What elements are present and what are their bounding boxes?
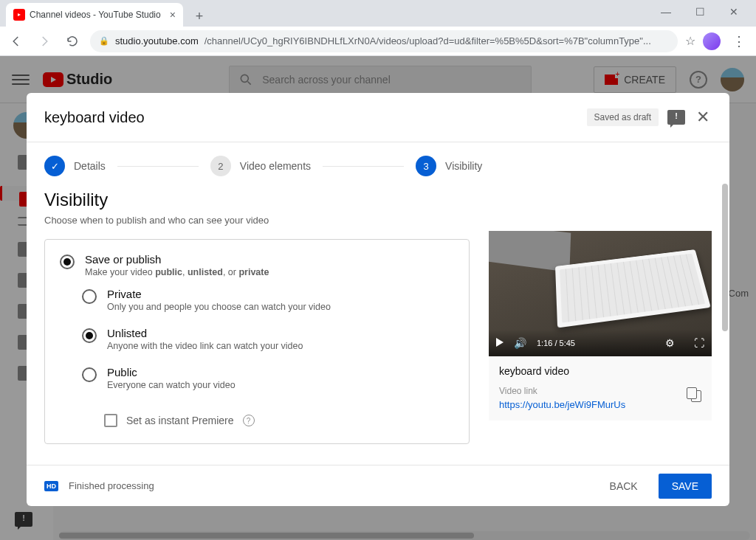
preview-video-title: keyboard video bbox=[499, 365, 701, 377]
settings-gear-icon[interactable]: ⚙ bbox=[665, 337, 675, 349]
step-visibility[interactable]: 3 Visibility bbox=[416, 156, 482, 176]
volume-icon[interactable]: 🔊 bbox=[514, 337, 526, 349]
modal-header: keyboard video Saved as draft ✕ bbox=[27, 93, 729, 142]
browser-tab[interactable]: Channel videos - YouTube Studio × bbox=[6, 3, 183, 27]
close-icon[interactable]: ✕ bbox=[694, 108, 712, 127]
step-details[interactable]: ✓ Details bbox=[44, 156, 106, 176]
feedback-icon[interactable] bbox=[667, 110, 685, 125]
visibility-options: Save or publish Make your video public, … bbox=[44, 239, 470, 444]
section-title: Visibility bbox=[44, 190, 470, 210]
section-subtitle: Choose when to publish and who can see y… bbox=[44, 215, 470, 226]
radio-checked-icon[interactable] bbox=[60, 255, 75, 269]
maximize-icon[interactable]: ☐ bbox=[690, 1, 710, 22]
address-bar: 🔒 studio.youtube.com/channel/UCy0_hgRIY6… bbox=[0, 27, 756, 56]
window-close-icon[interactable]: ✕ bbox=[724, 1, 744, 22]
reload-button[interactable] bbox=[62, 31, 83, 52]
url-path: /channel/UCy0_hgRIY6IBNDHLfLXrN0A/videos… bbox=[205, 35, 651, 46]
forward-button[interactable] bbox=[34, 31, 55, 52]
draft-status-badge: Saved as draft bbox=[587, 108, 659, 126]
back-button[interactable]: BACK bbox=[599, 474, 648, 498]
step-circle-active: 3 bbox=[416, 156, 436, 176]
radio-unchecked-icon[interactable] bbox=[82, 289, 97, 304]
step-label: Video elements bbox=[240, 160, 311, 172]
radio-unchecked-icon[interactable] bbox=[82, 367, 97, 382]
step-label: Visibility bbox=[445, 160, 482, 172]
step-label: Details bbox=[74, 160, 106, 172]
bookmark-star-icon[interactable]: ☆ bbox=[685, 34, 695, 48]
video-link-label: Video link bbox=[499, 386, 701, 396]
browser-menu-icon[interactable]: ⋮ bbox=[728, 33, 750, 49]
modal-title: keyboard video bbox=[44, 109, 145, 126]
option-title: Public bbox=[107, 366, 236, 378]
premiere-option[interactable]: Set as instant Premiere ? bbox=[104, 414, 454, 427]
video-preview-card: 🔊 1:16 / 5:45 ⚙ ⛶ keyboard video Video l… bbox=[489, 231, 712, 420]
preview-meta: keyboard video Video link https://youtu.… bbox=[489, 356, 712, 420]
option-desc: Anyone with the video link can watch you… bbox=[107, 341, 303, 351]
sub-options: Private Only you and people you choose c… bbox=[82, 288, 454, 427]
url-domain: studio.youtube.com bbox=[115, 35, 199, 46]
option-private[interactable]: Private Only you and people you choose c… bbox=[82, 288, 454, 312]
video-thumbnail[interactable]: 🔊 1:16 / 5:45 ⚙ ⛶ bbox=[489, 231, 712, 356]
preview-column: 🔊 1:16 / 5:45 ⚙ ⛶ keyboard video Video l… bbox=[489, 190, 712, 465]
stepper: ✓ Details 2 Video elements 3 Visibility bbox=[27, 142, 729, 184]
hd-badge: HD bbox=[44, 481, 58, 491]
player-controls: 🔊 1:16 / 5:45 ⚙ ⛶ bbox=[489, 330, 712, 356]
fullscreen-icon[interactable]: ⛶ bbox=[694, 337, 704, 349]
option-title: Save or publish bbox=[85, 253, 269, 266]
option-unlisted[interactable]: Unlisted Anyone with the video link can … bbox=[82, 327, 454, 351]
lock-icon: 🔒 bbox=[99, 36, 109, 46]
radio-checked-icon[interactable] bbox=[82, 328, 97, 343]
youtube-favicon bbox=[13, 9, 25, 21]
option-desc: Everyone can watch your video bbox=[107, 380, 236, 390]
option-desc: Make your video public, unlisted, or pri… bbox=[85, 267, 269, 277]
step-circle-pending: 2 bbox=[210, 156, 231, 176]
minimize-icon[interactable]: — bbox=[656, 1, 676, 22]
modal-body: Visibility Choose when to publish and wh… bbox=[27, 184, 729, 465]
option-title: Unlisted bbox=[107, 327, 303, 339]
modal-footer: HD Finished processing BACK SAVE bbox=[27, 465, 729, 506]
step-circle-done: ✓ bbox=[44, 156, 65, 176]
playback-time: 1:16 / 5:45 bbox=[537, 339, 575, 347]
processing-status: Finished processing bbox=[69, 480, 154, 491]
vertical-scrollbar[interactable] bbox=[722, 184, 728, 331]
checkbox-unchecked-icon[interactable] bbox=[104, 414, 117, 427]
browser-chrome: Channel videos - YouTube Studio × + — ☐ … bbox=[0, 0, 756, 56]
option-title: Private bbox=[107, 288, 331, 300]
video-link[interactable]: https://youtu.be/jeWi9FMurUs bbox=[499, 399, 701, 410]
window-controls: — ☐ ✕ bbox=[644, 1, 756, 27]
step-connector bbox=[323, 166, 404, 167]
play-icon[interactable] bbox=[496, 338, 504, 349]
step-connector bbox=[117, 166, 199, 167]
back-button[interactable] bbox=[6, 31, 27, 52]
copy-link-icon[interactable] bbox=[687, 387, 701, 402]
upload-modal: keyboard video Saved as draft ✕ ✓ Detail… bbox=[27, 93, 729, 506]
url-field[interactable]: 🔒 studio.youtube.com/channel/UCy0_hgRIY6… bbox=[90, 30, 678, 52]
option-desc: Only you and people you choose can watch… bbox=[107, 302, 331, 312]
tab-close-icon[interactable]: × bbox=[170, 9, 176, 21]
save-button[interactable]: SAVE bbox=[659, 474, 712, 499]
extension-icon[interactable] bbox=[703, 32, 721, 50]
new-tab-button[interactable]: + bbox=[189, 6, 210, 27]
tab-bar: Channel videos - YouTube Studio × + — ☐ … bbox=[0, 0, 756, 27]
step-video-elements[interactable]: 2 Video elements bbox=[210, 156, 311, 176]
option-save-or-publish[interactable]: Save or publish Make your video public, … bbox=[60, 253, 454, 277]
help-tooltip-icon[interactable]: ? bbox=[243, 415, 255, 426]
modal-overlay: keyboard video Saved as draft ✕ ✓ Detail… bbox=[0, 56, 756, 540]
tab-title: Channel videos - YouTube Studio bbox=[30, 10, 161, 20]
option-public[interactable]: Public Everyone can watch your video bbox=[82, 366, 454, 390]
premiere-label: Set as instant Premiere bbox=[126, 415, 234, 426]
visibility-section: Visibility Choose when to publish and wh… bbox=[44, 190, 470, 465]
